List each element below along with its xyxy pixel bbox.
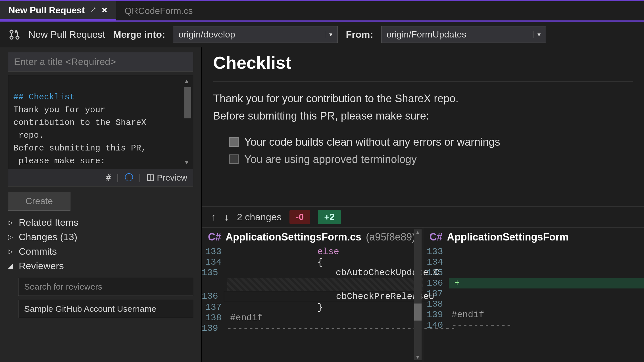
tree-reviewers[interactable]: ◢ Reviewers — [8, 260, 193, 271]
left-panel: Enter a title <Required> ## Checklist Th… — [0, 47, 202, 362]
divider — [213, 81, 633, 81]
merge-into-dropdown[interactable]: origin/develop ▾ — [173, 26, 338, 43]
file-name: ApplicationSettingsForm — [447, 231, 569, 243]
chevron-right-icon: ▷ — [8, 248, 15, 255]
scrollbar-thumb[interactable] — [414, 304, 422, 321]
tree-related-items[interactable]: ▷ Related Items — [8, 217, 193, 228]
file-lang: C# — [208, 231, 221, 243]
scrollbar[interactable]: ▲ ▼ — [414, 229, 422, 360]
scroll-up-icon[interactable]: ▲ — [182, 76, 192, 87]
pull-request-icon — [9, 29, 20, 41]
tab-label: QRCodeForm.cs — [125, 6, 193, 16]
svg-rect-4 — [148, 175, 150, 181]
scroll-up-icon[interactable]: ▲ — [415, 229, 420, 235]
diff-pane-right: C# ApplicationSettingsForm 133134135136+… — [423, 227, 644, 362]
info-icon[interactable]: ⓘ — [125, 172, 133, 183]
svg-point-1 — [10, 36, 13, 39]
pr-description-textarea[interactable]: ## Checklist Thank you for your contribu… — [8, 75, 193, 169]
file-lang: C# — [430, 231, 443, 243]
side-tree: ▷ Related Items ▷ Changes (13) ▷ Commits… — [8, 217, 193, 318]
preview-label: Preview — [157, 173, 187, 183]
changes-count: 2 changes — [237, 212, 282, 223]
scroll-down-icon[interactable]: ▼ — [415, 354, 420, 360]
pr-toolbar: New Pull Request Merge into: origin/deve… — [0, 20, 644, 47]
description-toolbar: # | ⓘ | Preview — [8, 169, 193, 186]
diff-header: ↑ ↓ 2 changes -0 +2 — [202, 206, 644, 227]
deletions-badge: -0 — [289, 210, 310, 224]
svg-point-0 — [10, 30, 13, 33]
preview-paragraph: Before submitting this PR, please make s… — [213, 107, 633, 125]
close-icon[interactable]: ✕ — [101, 6, 108, 15]
diff-body: C# ApplicationSettingsForm.cs (a95f8e89)… — [202, 227, 644, 362]
svg-point-2 — [16, 36, 19, 39]
tree-commits[interactable]: ▷ Commits — [8, 246, 193, 257]
from-dropdown[interactable]: origin/FormUpdates ▾ — [381, 26, 546, 43]
code-left[interactable]: 133 else134 {135 cbAutoCheckUpdate.C136 … — [202, 246, 423, 334]
toolbar-title: New Pull Request — [28, 29, 105, 40]
checklist-item: Your code builds clean without any error… — [229, 136, 633, 148]
file-hash: (a95f8e89) — [366, 231, 415, 243]
diff-file-title-right: C# ApplicationSettingsForm — [423, 228, 644, 246]
desc-heading: ## Checklist — [13, 92, 75, 102]
pr-description-wrap: ## Checklist Thank you for your contribu… — [8, 75, 193, 187]
preview-icon — [147, 174, 155, 182]
tab-qrcodeform[interactable]: QRCodeForm.cs — [116, 1, 201, 20]
tab-new-pr[interactable]: New Pull Request ✕ — [0, 1, 116, 20]
chevron-right-icon: ▷ — [8, 219, 15, 226]
code-right[interactable]: 133134135136+137138139#endif140---------… — [423, 246, 644, 330]
chevron-right-icon: ▷ — [8, 233, 15, 241]
markdown-preview: Checklist Thank you for your contributio… — [202, 47, 644, 206]
scroll-down-icon[interactable]: ▼ — [182, 158, 192, 168]
pr-title-input[interactable]: Enter a title <Required> — [8, 52, 193, 72]
chevron-down-icon: ▾ — [533, 31, 541, 38]
additions-badge: +2 — [318, 210, 341, 224]
pin-icon[interactable] — [90, 6, 96, 15]
merge-into-value: origin/develop — [178, 29, 235, 40]
preview-paragraph: Thank you for your contribution to the S… — [213, 90, 633, 107]
prev-change-icon[interactable]: ↑ — [211, 212, 216, 223]
create-button[interactable]: Create — [8, 192, 70, 211]
next-change-icon[interactable]: ↓ — [224, 212, 229, 223]
merge-into-label: Merge into: — [113, 29, 165, 40]
reviewer-chip[interactable]: Sample GitHub Account Username — [18, 300, 193, 318]
right-panel: Checklist Thank you for your contributio… — [202, 47, 644, 362]
from-value: origin/FormUpdates — [387, 29, 466, 40]
chevron-down-icon: ◢ — [8, 262, 15, 270]
markdown-header-icon[interactable]: # — [106, 173, 111, 183]
tree-changes[interactable]: ▷ Changes (13) — [8, 231, 193, 242]
checklist-item: You are using approved terminology — [229, 153, 633, 166]
reviewers-search-input[interactable] — [18, 278, 193, 296]
from-label: From: — [346, 29, 373, 40]
desc-body: Thank you for your contribution to the S… — [13, 105, 146, 169]
file-name: ApplicationSettingsForm.cs — [226, 231, 361, 243]
diff-file-title-left: C# ApplicationSettingsForm.cs (a95f8e89) — [202, 228, 423, 246]
scrollbar-thumb[interactable] — [184, 87, 191, 118]
tabs-bar: New Pull Request ✕ QRCodeForm.cs — [0, 0, 644, 20]
checkbox-icon[interactable] — [229, 154, 239, 164]
preview-heading: Checklist — [213, 53, 633, 73]
preview-toggle[interactable]: Preview — [147, 173, 187, 183]
checkbox-checked-icon[interactable] — [229, 137, 239, 147]
tab-label: New Pull Request — [9, 5, 85, 16]
chevron-down-icon: ▾ — [325, 31, 332, 38]
diff-pane-left: C# ApplicationSettingsForm.cs (a95f8e89)… — [202, 227, 423, 362]
